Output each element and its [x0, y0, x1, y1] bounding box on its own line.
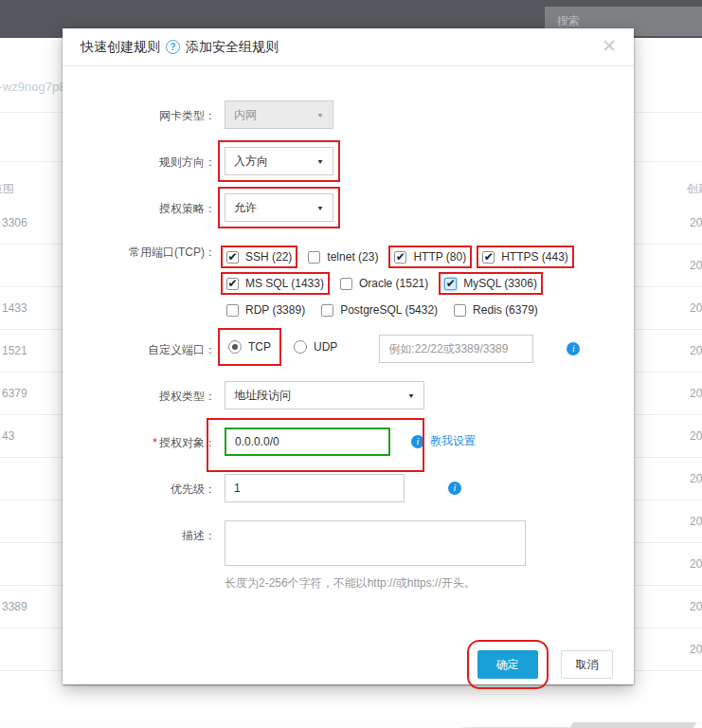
nic-type-select: 内网 ▼	[225, 100, 333, 129]
field-description: 描述： 长度为2-256个字符，不能以http://或https://开头。	[63, 520, 634, 592]
checkbox-redis-6379[interactable]: Redis (6379)	[452, 302, 540, 318]
common-ports-line-3: RDP (3389) PostgreSQL (5432) Redis (6379…	[225, 297, 583, 323]
description-textarea[interactable]	[225, 520, 526, 566]
auth-type-label: 授权类型：	[81, 381, 216, 405]
required-asterisk: *	[153, 436, 157, 449]
nic-type-label: 网卡类型：	[81, 100, 216, 124]
field-common-ports: 常用端口(TCP)： ✔ SSH (22) telnet (23) ✔ HTTP…	[63, 240, 634, 323]
direction-select[interactable]: 入方向 ▼	[225, 147, 333, 175]
direction-label: 规则方向：	[81, 147, 216, 171]
quick-create-rule-dialog: 快速创建规则 ? 添加安全组规则 ✕ 网卡类型： 内网 ▼ 规则方向： 入方向 …	[63, 28, 634, 684]
checkbox-postgresql-5432[interactable]: PostgreSQL (5432)	[319, 302, 440, 318]
checkbox-rdp-3389[interactable]: RDP (3389)	[225, 302, 307, 318]
chevron-down-icon: ▼	[316, 204, 324, 211]
radio-udp[interactable]: UDP	[290, 335, 341, 359]
auth-type-select[interactable]: 地址段访问 ▼	[225, 381, 424, 410]
description-hint: 长度为2-256个字符，不能以http://或https://开头。	[225, 575, 526, 592]
dialog-header: 快速创建规则 ? 添加安全组规则 ✕	[63, 28, 634, 66]
field-nic-type: 网卡类型： 内网 ▼	[63, 100, 634, 129]
dialog-footer: 确定 取消	[63, 650, 634, 679]
checkbox-unchecked-icon	[340, 278, 352, 290]
cancel-button[interactable]: 取消	[561, 650, 613, 679]
close-icon[interactable]: ✕	[602, 35, 617, 57]
confirm-button[interactable]: 确定	[477, 650, 538, 679]
info-icon[interactable]: i	[448, 482, 461, 495]
common-ports-line-1: ✔ SSH (22) telnet (23) ✔ HTTP (80) ✔ HTT…	[225, 244, 583, 270]
chevron-down-icon: ▼	[316, 157, 324, 165]
checkbox-mssql-1433[interactable]: ✔ MS SQL (1433)	[225, 276, 326, 291]
custom-port-input[interactable]	[379, 335, 533, 363]
instance-id-text: t-wz9nog7p8	[0, 80, 65, 94]
field-priority: 优先级： i	[63, 474, 634, 502]
field-auth-object: *授权对象： i 教我设置	[63, 428, 634, 456]
checkbox-checked-icon: ✔	[226, 278, 239, 290]
checkbox-checked-icon: ✔	[482, 251, 495, 264]
description-label: 描述：	[81, 520, 216, 544]
info-icon[interactable]: i	[411, 435, 424, 448]
checkbox-https-443[interactable]: ✔ HTTPS (443)	[480, 249, 570, 264]
rule-form: 网卡类型： 内网 ▼ 规则方向： 入方向 ▼ 授权策略：	[63, 66, 634, 679]
checkbox-checked-icon: ✔	[444, 278, 457, 290]
field-auth-type: 授权类型： 地址段访问 ▼	[63, 381, 634, 410]
column-header-created: 创建时间	[687, 181, 702, 197]
checkbox-unchecked-icon	[454, 304, 466, 317]
checkbox-mysql-3306[interactable]: ✔ MySQL (3306)	[442, 276, 539, 291]
checkbox-checked-icon: ✔	[394, 251, 406, 264]
checkbox-ssh-22[interactable]: ✔ SSH (22)	[225, 249, 294, 264]
common-ports-label: 常用端口(TCP)：	[81, 240, 216, 261]
checkbox-unchecked-icon	[226, 304, 239, 317]
column-header-scope: 范围	[0, 181, 14, 197]
checkbox-unchecked-icon	[308, 251, 320, 264]
priority-input[interactable]	[225, 474, 405, 502]
auth-object-input[interactable]	[225, 428, 390, 456]
checkbox-oracle-1521[interactable]: Oracle (1521)	[338, 276, 430, 291]
field-direction: 规则方向： 入方向 ▼	[63, 147, 634, 175]
checkbox-checked-icon: ✔	[226, 251, 239, 264]
chevron-down-icon: ▼	[316, 111, 324, 118]
auth-object-label: *授权对象：	[81, 428, 216, 451]
policy-select[interactable]: 允许 ▼	[225, 193, 333, 222]
custom-port-label: 自定义端口：	[81, 335, 216, 358]
common-ports-line-2: ✔ MS SQL (1433) Oracle (1521) ✔ MySQL (3…	[225, 270, 583, 297]
field-policy: 授权策略： 允许 ▼	[63, 193, 634, 222]
priority-label: 优先级：	[81, 474, 216, 498]
question-circle-icon[interactable]: ?	[166, 40, 180, 54]
policy-label: 授权策略：	[81, 193, 216, 217]
dialog-subtitle: 添加安全组规则	[186, 39, 279, 56]
dialog-title: 快速创建规则	[81, 39, 160, 56]
info-icon[interactable]: i	[567, 342, 580, 355]
teach-me-link[interactable]: 教我设置	[430, 433, 476, 449]
radio-selected-icon	[228, 340, 242, 354]
cursor-shadow-shape	[563, 722, 696, 728]
checkbox-unchecked-icon	[321, 304, 333, 317]
radio-unselected-icon	[294, 340, 307, 354]
checkbox-telnet-23[interactable]: telnet (23)	[306, 249, 380, 264]
checkbox-http-80[interactable]: ✔ HTTP (80)	[392, 249, 468, 264]
radio-tcp[interactable]: TCP	[225, 335, 275, 359]
field-custom-port: 自定义端口： TCP UDP i	[63, 335, 634, 363]
chevron-down-icon: ▼	[407, 391, 415, 399]
